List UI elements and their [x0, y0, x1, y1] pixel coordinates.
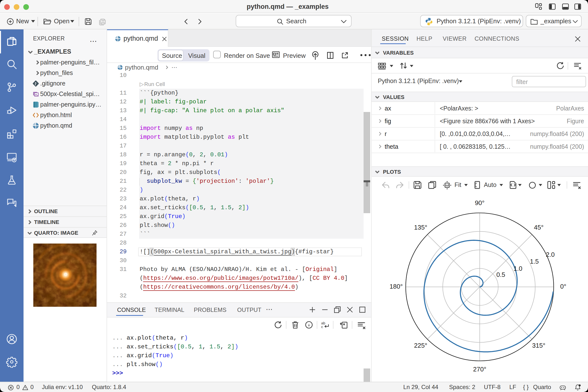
svg-text:45°: 45° [534, 224, 544, 231]
svg-text:2.0: 2.0 [546, 251, 555, 258]
svg-text:90°: 90° [475, 199, 484, 206]
svg-text:180°: 180° [390, 283, 403, 290]
svg-text:1.5: 1.5 [530, 258, 539, 265]
svg-text:135°: 135° [414, 224, 427, 231]
svg-text:0.5: 0.5 [496, 271, 505, 278]
svg-text:0°: 0° [560, 283, 566, 290]
svg-text:1.0: 1.0 [514, 265, 522, 272]
svg-text:315°: 315° [532, 342, 545, 349]
svg-text:ab: ab [321, 321, 325, 325]
svg-text:270°: 270° [473, 366, 486, 373]
svg-text:225°: 225° [414, 342, 427, 349]
svg-text:c: c [321, 325, 323, 329]
